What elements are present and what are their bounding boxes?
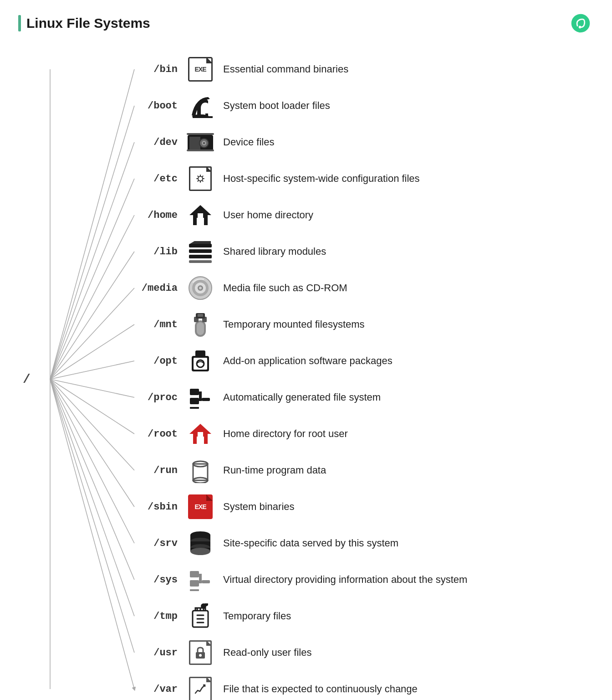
brand [571,14,594,33]
svg-rect-31 [197,218,204,225]
filesystem-item: /dev Device files [137,124,594,160]
svg-point-0 [571,14,589,32]
page-header: Linux File Systems [18,14,594,33]
fs-path-label: /var [137,684,178,695]
svg-point-85 [199,654,202,657]
svg-rect-32 [198,213,203,218]
svg-point-68 [190,548,210,555]
svg-line-16 [50,379,134,580]
svg-rect-43 [197,322,204,335]
svg-point-27 [203,142,205,144]
svg-rect-55 [199,391,202,401]
page-title: Linux File Systems [26,15,150,31]
title-group: Linux File Systems [18,15,150,31]
filesystem-item: /binEXEEssential command binaries [137,51,594,88]
fs-description: System binaries [223,501,594,513]
filesystem-item: /lib Shared library modules [137,233,594,270]
svg-rect-56 [202,398,210,401]
root-label: / [23,372,31,386]
fs-description: Read-only user files [223,647,594,659]
fs-description: Temporary files [223,610,594,622]
filesystem-item: /run Run-time program data [137,452,594,489]
filesystem-item: /tmp Temporary files [137,598,594,634]
fs-path-label: /media [137,283,178,294]
fs-icon-file-chart [187,675,214,700]
svg-rect-58 [198,432,203,437]
filesystem-item: /sys Virtual directory providing informa… [137,561,594,598]
fs-icon-usb [187,311,214,338]
fs-icon-file-gear [187,165,214,192]
fs-icon-opt [187,347,214,375]
svg-line-6 [50,215,134,379]
fs-description: System boot loader files [223,100,594,112]
fs-icon-exe-red: EXE [187,493,214,520]
connecting-lines [46,51,137,700]
fs-description: Virtual directory providing information … [223,574,594,586]
svg-line-14 [50,379,134,507]
filesystem-item: /sbinEXESystem binaries [137,489,594,525]
filesystem-item: /etc Host-specific system-wide configura… [137,160,594,197]
svg-rect-57 [197,437,204,444]
fs-path-label: /boot [137,100,178,112]
fs-icon-sys [187,566,214,593]
svg-line-17 [50,379,134,616]
fs-icon-media [187,274,214,302]
svg-line-10 [50,361,134,379]
fs-description: User home directory [223,209,594,221]
svg-rect-73 [202,580,210,583]
svg-line-5 [50,179,134,379]
fs-icon-exe: EXE [187,56,214,83]
svg-point-30 [198,176,203,181]
fs-icon-home-black [187,201,214,229]
filesystem-item: /root Home directory for root user [137,416,594,452]
fs-path-label: /mnt [137,319,178,330]
filesystem-item: /usr Read-only user files [137,634,594,671]
tree-lines [46,51,137,700]
fs-path-label: /dev [137,137,178,148]
filesystem-item: /mnt Temporary mounted filesystems [137,306,594,343]
fs-description: Temporary mounted filesystems [223,319,594,330]
fs-description: Site-specific data served by this system [223,537,594,549]
fs-icon-database [187,530,214,557]
filesystem-item: /srv Site-specific data served by this s… [137,525,594,561]
svg-rect-54 [190,407,199,409]
svg-rect-50 [195,350,205,357]
fs-icon-cylinder [187,457,214,484]
svg-rect-35 [189,255,212,258]
svg-line-11 [50,379,134,397]
svg-point-1 [579,26,581,29]
svg-rect-52 [190,389,199,395]
fs-icon-boot [187,92,214,119]
svg-rect-28 [187,133,214,135]
fs-path-label: /proc [137,392,178,403]
fs-description: Add-on application software packages [223,355,594,367]
fs-path-label: /tmp [137,611,178,622]
svg-rect-33 [189,244,212,247]
fs-description: Shared library modules [223,246,594,257]
filesystem-item: /media Media file such as CD-ROM [137,270,594,306]
svg-rect-70 [190,580,199,587]
fs-path-label: /etc [137,173,178,185]
fs-path-label: /opt [137,355,178,367]
fs-description: Host-specific system-wide configuration … [223,173,594,185]
fs-path-label: /home [137,210,178,221]
svg-line-4 [50,142,134,379]
fs-description: Home directory for root user [223,428,594,440]
svg-rect-24 [189,137,200,149]
fs-path-label: /sbin [137,501,178,513]
fs-description: File that is expected to continuously ch… [223,683,594,695]
filesystem-item: /var File that is expected to continuous… [137,671,594,700]
fs-path-label: /root [137,428,178,440]
filesystem-items-list: /binEXEEssential command binaries/boot S… [137,51,594,700]
fs-path-label: /bin [137,64,178,75]
fs-description: Essential command binaries [223,63,594,75]
fs-path-label: /usr [137,647,178,659]
main-content: / /binEXEEssential command binaries/boot… [18,51,594,700]
svg-line-15 [50,379,134,543]
fs-icon-file-lock [187,639,214,666]
svg-rect-71 [190,589,199,591]
filesystem-item: /home User home directory [137,197,594,233]
title-accent-bar [18,15,21,31]
fs-description: Run-time program data [223,464,594,476]
fs-icon-tmp [187,602,214,630]
